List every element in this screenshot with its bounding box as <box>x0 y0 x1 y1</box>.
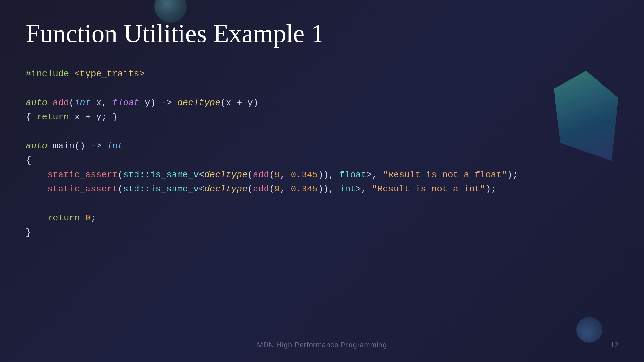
keyword-include: #include <box>26 69 69 79</box>
type-int-return: int <box>107 141 123 151</box>
int-type-1: int <box>340 184 356 194</box>
code-line-1: #include <type_traits> <box>26 67 618 81</box>
std-1: std::is_same_v <box>123 170 199 180</box>
add-call-1: add <box>253 170 269 180</box>
code-line-12: } <box>26 226 618 240</box>
num-0345-1: 0.345 <box>291 170 318 180</box>
string-2: "Result is not a int" <box>372 184 486 194</box>
decltype-2: decltype <box>204 170 247 180</box>
string-1: "Result is not a float" <box>383 170 507 180</box>
keyword-return-1: return <box>37 112 69 122</box>
footer: MDN High Performance Programming 12 <box>0 341 644 349</box>
code-line-7: { <box>26 153 618 168</box>
code-line-3: auto add(int x, float y) -> decltype(x +… <box>26 96 618 110</box>
page-number: 12 <box>611 341 618 349</box>
code-line-5 <box>26 125 618 139</box>
num-9-2: 9 <box>275 184 280 194</box>
include-header: <type_traits> <box>74 69 145 79</box>
type-float-param: float <box>112 98 139 108</box>
code-line-9: static_assert(std::is_same_v<decltype(ad… <box>26 182 618 197</box>
func-name-add: add <box>53 98 69 108</box>
space <box>69 69 74 79</box>
code-line-8: static_assert(std::is_same_v<decltype(ad… <box>26 168 618 182</box>
code-line-10 <box>26 197 618 211</box>
footer-title: MDN High Performance Programming <box>257 341 387 349</box>
slide: Function Utilities Example 1 #include <t… <box>0 0 644 362</box>
code-line-6: auto main() -> int <box>26 139 618 153</box>
keyword-auto-1: auto <box>26 98 47 108</box>
code-line-2 <box>26 81 618 96</box>
decltype-1: decltype <box>177 98 220 108</box>
num-9-1: 9 <box>275 170 280 180</box>
static-assert-1: static_assert <box>47 170 117 180</box>
blob-bottom-right-decoration <box>576 317 602 343</box>
keyword-return-2: return <box>47 213 80 223</box>
code-line-11: return 0; <box>26 211 618 226</box>
code-line-4: { return x + y; } <box>26 110 618 125</box>
code-block: #include <type_traits> auto add(int x, f… <box>26 67 618 240</box>
num-0: 0 <box>85 213 91 223</box>
static-assert-2: static_assert <box>47 184 117 194</box>
keyword-auto-2: auto <box>26 141 47 151</box>
float-type-1: float <box>340 170 367 180</box>
num-0345-2: 0.345 <box>291 184 318 194</box>
decltype-3: decltype <box>204 184 247 194</box>
add-call-2: add <box>253 184 269 194</box>
std-2: std::is_same_v <box>123 184 199 194</box>
type-int-param: int <box>74 98 90 108</box>
slide-title: Function Utilities Example 1 <box>26 19 618 48</box>
